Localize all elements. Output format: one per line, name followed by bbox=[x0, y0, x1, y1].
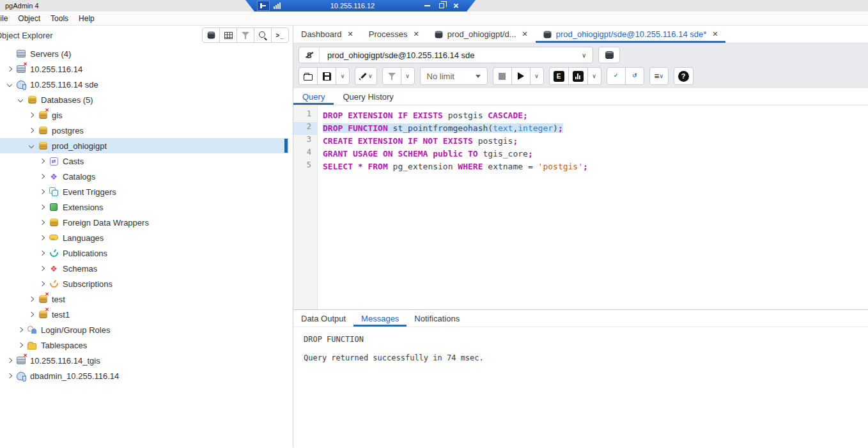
tree-item-10-255-116-14-tgis[interactable]: ✕10.255.116.14_tgis bbox=[0, 353, 289, 368]
filter-options-button[interactable]: ∨ bbox=[401, 67, 415, 85]
chevron-right-icon[interactable] bbox=[27, 111, 36, 120]
rdp-minimize-button[interactable] bbox=[424, 5, 430, 6]
tab-close-icon[interactable]: ✕ bbox=[522, 30, 527, 38]
tree-item-postgres[interactable]: postgres bbox=[0, 123, 289, 138]
save-file-button[interactable] bbox=[317, 67, 336, 85]
query-tool-button[interactable] bbox=[202, 27, 220, 43]
rdp-restore-button[interactable] bbox=[439, 3, 444, 8]
output-tab-messages[interactable]: Messages bbox=[353, 310, 407, 327]
stop-button[interactable] bbox=[493, 67, 512, 85]
new-connection-button[interactable] bbox=[598, 47, 620, 63]
explain-analyze-button[interactable] bbox=[568, 67, 588, 85]
sql-editor[interactable]: 12345 DROP EXTENSION IF EXISTS postgis C… bbox=[293, 105, 868, 309]
tree-item-test[interactable]: ✕test bbox=[0, 291, 289, 307]
editor-tab-query-history[interactable]: Query History bbox=[334, 88, 402, 105]
tree-item-test1[interactable]: ✕test1 bbox=[0, 307, 289, 322]
window-title: pgAdmin 4 bbox=[5, 2, 39, 10]
chevron-right-icon[interactable] bbox=[38, 172, 47, 181]
save-options-button[interactable]: ∨ bbox=[336, 67, 350, 85]
output-tab-data-output[interactable]: Data Output bbox=[293, 310, 353, 327]
tree-item-label: Publications bbox=[63, 249, 107, 258]
chevron-right-icon[interactable] bbox=[38, 187, 47, 196]
sql-token: FROM bbox=[368, 162, 387, 171]
connection-selector[interactable]: S prod_ohiogigpt/sde@10.255.116.14 sde ∨ bbox=[298, 47, 593, 63]
chevron-right-icon[interactable] bbox=[38, 233, 47, 242]
filter-button[interactable] bbox=[382, 67, 401, 85]
tab-prod-ohiogigpt-d-[interactable]: prod_ohiogigpt/d...✕ bbox=[427, 26, 536, 43]
tree-item-languages[interactable]: Languages bbox=[0, 230, 289, 245]
chevron-right-icon[interactable] bbox=[27, 126, 36, 135]
rdp-close-button[interactable]: ✕ bbox=[453, 3, 459, 10]
db-icon: ✕ bbox=[37, 294, 49, 304]
chevron-right-icon[interactable] bbox=[38, 157, 47, 166]
tree-item-extensions[interactable]: Extensions bbox=[0, 199, 289, 215]
tree-item-login-group-roles[interactable]: Login/Group Roles bbox=[0, 322, 289, 337]
search-objects-button[interactable] bbox=[254, 27, 272, 43]
explain-button[interactable]: E bbox=[549, 67, 569, 85]
tree-item-databases-5-[interactable]: Databases (5) bbox=[0, 92, 289, 107]
tree-item-publications[interactable]: Publications bbox=[0, 245, 289, 261]
sql-token: CASCADE bbox=[488, 111, 523, 120]
chevron-right-icon[interactable] bbox=[5, 65, 14, 73]
edit-button[interactable]: ∨ bbox=[355, 67, 377, 85]
commit-button[interactable]: ✓ bbox=[607, 67, 626, 85]
tree-item-prod-ohiogigpt[interactable]: prod_ohiogigpt bbox=[0, 138, 289, 153]
minimize-icon bbox=[424, 5, 430, 6]
tree-item-label: Servers (4) bbox=[30, 49, 71, 59]
tree-item-10-255-116-14[interactable]: ✕10.255.116.14 bbox=[0, 61, 289, 77]
tab-close-icon[interactable]: ✕ bbox=[414, 30, 419, 38]
filtered-rows-button[interactable] bbox=[236, 27, 254, 43]
tab-close-icon[interactable]: ✕ bbox=[712, 30, 718, 38]
execute-options-button[interactable]: ∨ bbox=[530, 67, 544, 85]
menu-item-file[interactable]: File bbox=[0, 14, 13, 23]
help-button[interactable]: ? bbox=[674, 67, 694, 85]
chevron-right-icon[interactable] bbox=[38, 203, 47, 212]
tree-item-catalogs[interactable]: ❖Catalogs bbox=[0, 169, 289, 184]
chevron-right-icon[interactable] bbox=[16, 325, 25, 334]
chevron-right-icon[interactable] bbox=[38, 264, 47, 273]
chevron-right-icon[interactable] bbox=[16, 341, 25, 350]
row-limit-select[interactable]: No limit bbox=[420, 67, 488, 85]
chevron-right-icon[interactable] bbox=[38, 249, 47, 258]
menu-item-help[interactable]: Help bbox=[74, 14, 100, 23]
chevron-right-icon[interactable] bbox=[5, 371, 14, 380]
menu-item-tools[interactable]: Tools bbox=[45, 14, 74, 23]
explain-options-button[interactable]: ∨ bbox=[587, 67, 601, 85]
macros-button[interactable]: ≡∨ bbox=[649, 67, 669, 85]
menu-bar: FileObjectToolsHelp bbox=[0, 12, 868, 26]
chevron-right-icon[interactable] bbox=[38, 218, 47, 227]
tree-item-casts[interactable]: ⇄Casts bbox=[0, 153, 289, 169]
tree-item-subscriptions[interactable]: Subscriptions bbox=[0, 276, 289, 291]
rollback-button[interactable]: ↺ bbox=[625, 67, 644, 85]
sql-code[interactable]: DROP EXTENSION IF EXISTS postgis CASCADE… bbox=[318, 105, 868, 309]
execute-button[interactable] bbox=[511, 67, 531, 85]
tree-item-servers-4-[interactable]: Servers (4) bbox=[0, 46, 289, 61]
tree-item-tablespaces[interactable]: Tablespaces bbox=[0, 337, 289, 353]
menu-item-object[interactable]: Object bbox=[13, 14, 45, 23]
tree-item-gis[interactable]: ✕gis bbox=[0, 107, 289, 123]
chevron-down-icon[interactable] bbox=[27, 141, 36, 150]
tree-item-dbadmin-10-255-116-14[interactable]: dbadmin_10.255.116.14 bbox=[0, 368, 289, 383]
tab-prod-ohiogigpt-sde-10-255-116-14-sde-[interactable]: prod_ohiogigpt/sde@10.255.116.14 sde*✕ bbox=[536, 26, 726, 43]
open-file-button[interactable] bbox=[298, 67, 318, 85]
chevron-right-icon[interactable] bbox=[38, 279, 47, 288]
sql-token bbox=[353, 162, 358, 171]
chevron-right-icon[interactable] bbox=[27, 295, 36, 304]
chevron-down-icon: ∨ bbox=[534, 73, 539, 79]
tree-item-foreign-data-wrappers[interactable]: Foreign Data Wrappers bbox=[0, 215, 289, 230]
tree-item-event-triggers[interactable]: Event Triggers bbox=[0, 184, 289, 199]
tab-dashboard[interactable]: Dashboard✕ bbox=[293, 26, 361, 43]
psql-tool-button[interactable]: >_ bbox=[271, 27, 289, 43]
output-tab-notifications[interactable]: Notifications bbox=[407, 310, 467, 327]
editor-tab-query[interactable]: Query bbox=[293, 88, 334, 105]
tab-close-icon[interactable]: ✕ bbox=[348, 30, 353, 38]
tree-item-10-255-116-14-sde[interactable]: 10.255.116.14 sde bbox=[0, 77, 289, 92]
tree-item-schemas[interactable]: ❖Schemas bbox=[0, 261, 289, 276]
tab-processes[interactable]: Processes✕ bbox=[361, 26, 427, 43]
chevron-down-icon[interactable] bbox=[5, 80, 14, 89]
chevron-right-icon[interactable] bbox=[5, 356, 14, 365]
chevron-down-icon[interactable] bbox=[16, 95, 25, 104]
rdp-pin-button[interactable] bbox=[257, 1, 270, 11]
chevron-right-icon[interactable] bbox=[27, 310, 36, 319]
view-data-button[interactable] bbox=[219, 27, 237, 43]
